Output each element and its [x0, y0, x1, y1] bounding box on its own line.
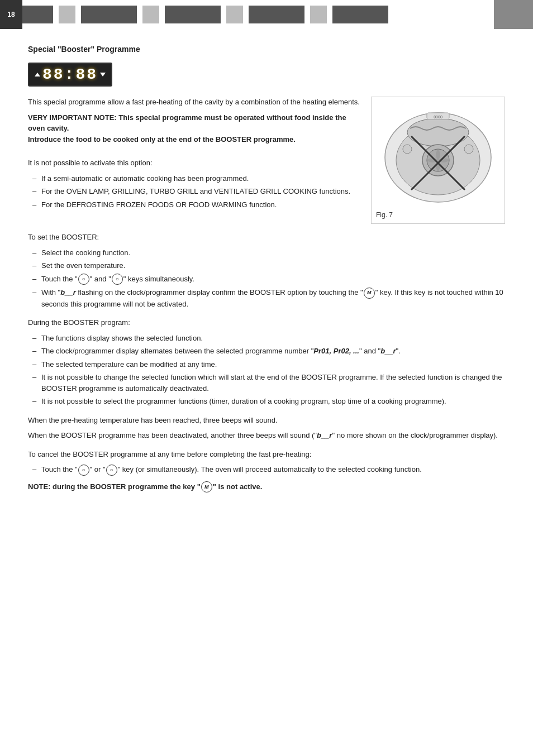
not-possible-intro: It is not possible to activate this opti…: [28, 157, 360, 169]
set-booster-list: Select the cooking function. Set the ove…: [28, 247, 505, 310]
final-note: NOTE: during the BOOSTER programme the k…: [28, 481, 505, 493]
beep-section: When the pre-heating temperature has bee…: [28, 415, 505, 441]
display-box: 88:88: [28, 63, 112, 87]
top-bar: 18: [0, 0, 533, 29]
cancel-list: Touch the "○" or "○" key (or simultaneou…: [28, 464, 505, 476]
spacer-4: [159, 6, 165, 23]
svg-point-7: [403, 145, 412, 154]
b-r-text-1: b__r: [60, 288, 75, 296]
key-circle-2: ○: [112, 274, 123, 285]
left-column: This special programme allow a fast pre-…: [28, 97, 360, 224]
svg-text:0000: 0000: [434, 115, 442, 119]
set-booster-section: To set the BOOSTER: Select the cooking f…: [28, 232, 505, 309]
block-7: [249, 6, 304, 23]
block-8: [310, 6, 327, 23]
figure-label: Fig. 7: [376, 211, 393, 219]
spacer-2: [75, 6, 81, 23]
block-4: [142, 6, 159, 23]
key-m-2: M: [201, 481, 212, 492]
during-booster-item-2: The clock/programmer display alternates …: [32, 346, 505, 357]
important-note-line1: VERY IMPORTANT NOTE: This special progra…: [28, 113, 346, 133]
spacer-6: [243, 6, 249, 23]
spacer-7: [304, 6, 310, 23]
during-booster-section: During the BOOSTER program: The function…: [28, 317, 505, 407]
two-column-section: This special programme allow a fast pre-…: [28, 97, 505, 224]
section-title: Special "Booster" Programme: [28, 45, 505, 54]
down-arrow: [100, 73, 106, 76]
set-booster-intro: To set the BOOSTER:: [28, 232, 505, 243]
important-note-line2: Introduce the food to be cooked only at …: [28, 135, 296, 143]
key-circle-1: ○: [78, 274, 89, 285]
up-arrow: [35, 73, 40, 76]
right-column: 0000 Fig. 7: [371, 97, 505, 224]
spacer-3: [137, 6, 142, 23]
key-circle-4: ○: [106, 465, 117, 476]
block-5: [165, 6, 221, 23]
during-booster-intro: During the BOOSTER program:: [28, 317, 505, 328]
block-2: [59, 6, 75, 23]
block-9: [332, 6, 388, 23]
key-m-1: M: [364, 288, 375, 299]
during-booster-list: The functions display shows the selected…: [28, 333, 505, 407]
intro-text: This special programme allow a fast pre-…: [28, 97, 360, 108]
top-right-block: [494, 0, 533, 29]
block-6: [226, 6, 243, 23]
b-r-text-3: b__r: [317, 431, 332, 439]
set-booster-item-1: Select the cooking function.: [32, 247, 505, 259]
final-note-text: NOTE: during the BOOSTER programme the k…: [28, 482, 262, 491]
not-possible-item-2: For the OVEN LAMP, GRILLING, TURBO GRILL…: [32, 186, 360, 197]
important-note: VERY IMPORTANT NOTE: This special progra…: [28, 112, 360, 145]
cancel-item-1: Touch the "○" or "○" key (or simultaneou…: [32, 464, 505, 476]
block-3: [81, 6, 137, 23]
figure-box: 0000 Fig. 7: [371, 97, 505, 224]
set-booster-item-4: With "b__r flashing on the clock/program…: [32, 287, 505, 309]
page-number: 18: [0, 0, 22, 29]
during-booster-item-5: It is not possible to select the program…: [32, 396, 505, 407]
cancel-section: To cancel the BOOSTER programme at any t…: [28, 449, 505, 493]
pr-text: Pr01, Pr02, ...: [313, 347, 359, 355]
not-possible-list: If a semi-automatic or automatic cooking…: [28, 173, 360, 210]
during-booster-item-4: It is not possible to change the selecte…: [32, 372, 505, 394]
display-digits: 88:88: [42, 66, 98, 83]
spacer-1: [53, 6, 59, 23]
svg-point-8: [464, 145, 473, 154]
oven-diagram: 0000: [377, 102, 499, 208]
spacer-8: [327, 6, 332, 23]
block-1: [22, 6, 53, 23]
set-booster-item-2: Set the oven temperature.: [32, 260, 505, 271]
during-booster-item-3: The selected temperature can be modified…: [32, 359, 505, 370]
set-booster-item-3: Touch the "○" and "○" keys simultaneousl…: [32, 274, 505, 285]
oven-svg: 0000: [377, 102, 499, 208]
not-possible-item-3: For the DEFROSTING FROZEN FOODS OR FOOD …: [32, 199, 360, 210]
b-r-text-2: b__r: [380, 347, 396, 355]
main-content: Special "Booster" Programme 88:88 This s…: [0, 29, 533, 516]
spacer-5: [221, 6, 226, 23]
key-circle-3: ○: [78, 465, 89, 476]
cancel-intro: To cancel the BOOSTER programme at any t…: [28, 449, 505, 460]
not-possible-item-1: If a semi-automatic or automatic cooking…: [32, 173, 360, 184]
beep-text-2: When the BOOSTER programme has been deac…: [28, 430, 505, 441]
top-blocks: [22, 0, 494, 29]
during-booster-item-1: The functions display shows the selected…: [32, 333, 505, 344]
beep-text-1: When the pre-heating temperature has bee…: [28, 415, 505, 426]
